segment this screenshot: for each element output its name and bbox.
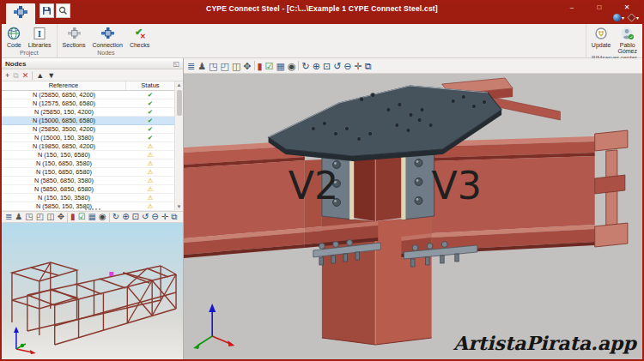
results-table-icon[interactable]: ▦ [276,61,284,71]
scroll-thumb[interactable] [177,90,182,116]
person-scale-icon[interactable]: ♟ [15,212,22,222]
move-axes-icon[interactable]: ✥ [243,61,251,71]
elements-icon[interactable]: ▮ [258,61,263,71]
view-menu-icon[interactable]: ≣ [5,212,12,222]
rotate-view-icon[interactable]: ↻ [112,212,119,222]
toolbar-separator [109,213,110,222]
person-scale-icon[interactable]: ♟ [197,61,206,71]
move-axes-icon[interactable]: ✥ [58,212,64,222]
libraries-button[interactable]: I Libraries [25,26,55,48]
snapshot-icon[interactable]: ⧉ [171,212,177,222]
column-header-status[interactable]: Status [126,81,174,90]
ribbon-group-project: Code I Libraries Project [2,24,57,57]
nodes-panel-title: Nodes [5,60,173,68]
pan-icon[interactable]: ✛ [161,212,168,222]
move-up-button[interactable]: ▲ [36,70,44,81]
main-view-toolbar: ≣♟◳◰◫✥▮☑▦◉↻⊕⊡↺⊖✛⧉ [184,58,642,74]
rotate-view-icon[interactable]: ↻ [301,61,309,71]
connection-button[interactable]: Connection [88,26,125,48]
node-reference: N (25850, 150, 4200) [2,108,126,116]
table-row[interactable]: N (5850, 6850, 6580)⚠ [2,185,174,194]
orbit-icon[interactable]: ↺ [333,61,341,71]
connection-3d-view[interactable]: V2 V3 ArtistaPirata.app [184,74,642,359]
table-row[interactable]: N (150, 6850, 6580)⚠ [2,168,174,177]
style-menu-icon[interactable]: ▾ [628,14,639,21]
shaded-view-icon[interactable]: ◰ [36,212,44,222]
table-row[interactable]: N (15000, 6850, 6580)✔ [2,117,174,125]
status-warning-icon: ⚠ [126,151,174,159]
node-reference: N (25850, 6850, 4200) [2,91,126,99]
solid-view-icon[interactable]: ◳ [25,212,33,222]
titlebar: CYPE Connect Steel - [C:\...\Example 1 C… [2,2,642,24]
ribbon-group-nodes: Sections Connection ✔ [57,24,155,57]
shaded-view-icon[interactable]: ◰ [221,61,229,71]
zoom-extents-icon[interactable]: ⊡ [132,212,139,222]
checks-button[interactable]: ✔ ✕ Checks [126,26,153,48]
user-account-button[interactable]: Pablo Gómez [614,26,641,54]
user-avatar [620,26,635,41]
close-button[interactable]: ✕ [613,2,641,13]
maximize-button[interactable]: □ [586,2,613,13]
solid-view-icon[interactable]: ◳ [209,61,217,71]
table-row[interactable]: N (19850, 6850, 4200)⚠ [2,142,174,151]
plates-check-icon[interactable]: ☑ [265,61,274,71]
scroll-up-icon[interactable]: ▲ [177,81,182,89]
status-ok-icon: ✔ [126,99,174,108]
column-header-reference[interactable]: Reference [2,81,126,90]
visibility-icon[interactable]: ◉ [288,61,296,71]
table-row[interactable]: N (150, 6850, 3580)⚠ [2,159,174,168]
toolbar-separator [298,61,299,70]
section-view-icon[interactable]: ◫ [46,212,54,222]
mini-view-toolbar: ≣♟◳◰◫✥▮☑▦◉↻⊕⊡↺⊖✛⧉ [2,211,183,223]
move-down-button[interactable]: ▼ [47,70,55,81]
panel-float-icon[interactable]: ◱ [173,60,179,68]
structure-overview-3d[interactable] [2,223,183,359]
zoom-extents-icon[interactable]: ⊡ [323,61,331,71]
bimserver-sync-icon[interactable]: ▾ [613,14,624,21]
visibility-icon[interactable]: ◉ [99,212,106,222]
table-row[interactable]: N (150, 150, 6580)⚠ [2,151,174,159]
plates-check-icon[interactable]: ☑ [78,212,86,222]
minimize-button[interactable]: – [558,2,586,13]
table-row[interactable]: N (25850, 3500, 4200)✔ [2,125,174,134]
delete-node-button[interactable]: ✕ [22,70,29,81]
table-row[interactable]: N (25850, 150, 4200)✔ [2,108,174,117]
zoom-out-icon[interactable]: ⊖ [151,212,158,222]
elements-icon[interactable]: ▮ [70,212,76,222]
code-button[interactable]: Code [3,26,25,48]
sections-button[interactable]: Sections [59,26,89,48]
view-menu-icon[interactable]: ≣ [187,61,195,71]
sections-icon [67,26,82,41]
zoom-window-icon[interactable]: ⊕ [122,212,129,222]
status-ok-icon: ✔ [126,125,174,134]
scroll-down-icon[interactable]: ▼ [177,203,182,211]
nodes-table: Reference Status N (25850, 6850, 4200)✔N… [2,81,183,211]
svg-text:I: I [38,29,41,39]
snapshot-icon[interactable]: ⧉ [365,61,372,71]
orbit-icon[interactable]: ↺ [142,212,149,222]
zoom-window-icon[interactable]: ⊕ [313,61,320,71]
table-row[interactable]: N (150, 150, 3580)⚠ [2,194,174,202]
table-row[interactable]: N (12575, 6850, 6580)✔ [2,99,174,108]
table-row[interactable]: N (5850, 6850, 3580)⚠ [2,177,174,185]
update-button[interactable]: Update [588,26,615,48]
zoom-out-icon[interactable]: ⊖ [343,61,351,71]
group-label-nodes: Nodes [59,49,154,57]
node-reference: N (150, 6850, 3580) [2,159,126,167]
group-label-project: Project [3,49,55,57]
results-table-icon[interactable]: ▦ [88,212,96,222]
copy-node-button[interactable]: ⧉ [13,70,18,81]
table-row[interactable]: N (15000, 150, 3580)✔ [2,134,174,142]
table-scrollbar[interactable]: ▲ ▼ [174,81,183,211]
svg-text:✕: ✕ [140,33,146,40]
ribbon-group-bimserver: Update Pablo Gómez BIMserve [586,24,642,57]
pan-icon[interactable]: ✛ [355,61,362,71]
status-warning-icon: ⚠ [126,177,174,185]
table-row[interactable]: N (25850, 6850, 4200)✔ [2,91,174,99]
watermark: ArtistaPirata.app [453,332,637,354]
app-window: CYPE Connect Steel - [C:\...\Example 1 C… [0,0,644,361]
status-warning-icon: ⚠ [126,202,174,211]
add-node-button[interactable]: + [5,70,9,81]
section-view-icon[interactable]: ◫ [232,61,240,71]
toolbar-separator [254,61,255,70]
